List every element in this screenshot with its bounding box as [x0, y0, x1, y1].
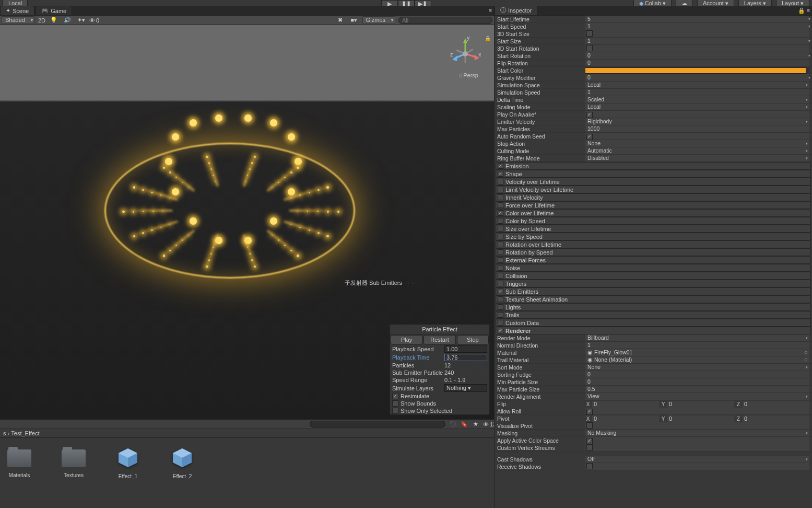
asset-breadcrumb[interactable]: s › Test_Effect — [0, 429, 494, 438]
gizmos-dropdown[interactable]: Gizmos — [362, 16, 395, 24]
inspector-property-row[interactable]: Cast ShadowsOff — [495, 456, 812, 463]
inspector-property-row[interactable]: 3D Start Size — [495, 30, 812, 38]
asset-item[interactable]: Effect_1 — [112, 446, 144, 479]
particle-play-button[interactable]: Play — [391, 335, 422, 344]
lock-icon[interactable]: 🔒 — [485, 36, 491, 41]
inspector-vector3-row[interactable]: PivotX0Y0Z0 — [495, 415, 812, 422]
fx-icon[interactable]: ✦▾ — [76, 16, 86, 24]
tab-scene[interactable]: ✦Scene — [0, 6, 34, 15]
persp-label[interactable]: ≤ Persp — [459, 72, 478, 78]
inspector-property-row[interactable]: Max Particle Size0.5 — [495, 386, 812, 393]
module-header-emission[interactable]: ✓Emission — [496, 162, 811, 170]
particle-stop-button[interactable]: Stop — [457, 335, 489, 344]
tools-icon[interactable]: ✖ — [335, 16, 346, 24]
orientation-gizmo[interactable]: y x z — [447, 36, 484, 72]
inspector-property-row[interactable]: Normal Direction1 — [495, 342, 812, 349]
inspector-property-row[interactable]: Max Particles1000 — [495, 125, 812, 133]
inspector-property-row[interactable]: Material◉ FireFly_Glow01⊙ — [495, 349, 812, 356]
module-header-noise[interactable]: Noise — [496, 264, 811, 272]
inspector-property-row[interactable]: Sort ModeNone — [495, 364, 812, 371]
particle-stat-row[interactable]: Playback Time3.76 — [390, 353, 489, 362]
audio-icon[interactable]: 🔊 — [62, 16, 73, 24]
inspector-property-row[interactable]: Play On Awake*✓ — [495, 111, 812, 118]
particle-stat-row[interactable]: Playback Speed1.00 — [390, 345, 489, 353]
inspector-property-row[interactable]: Receive Shadows — [495, 463, 812, 470]
module-header-trails[interactable]: Trails — [496, 311, 811, 319]
module-header-sub-emitters[interactable]: ✓Sub Emitters — [496, 287, 811, 295]
module-header-shape[interactable]: ✓Shape — [496, 170, 811, 178]
module-header-rotation-over-lifetime[interactable]: Rotation over Lifetime — [496, 240, 811, 248]
module-header-rotation-by-speed[interactable]: Rotation by Speed — [496, 248, 811, 256]
inspector-property-row[interactable]: Render ModeBillboard — [495, 334, 812, 342]
module-header-lights[interactable]: Lights — [496, 303, 811, 311]
inspector-property-row[interactable]: Gravity Modifier0▾ — [495, 74, 812, 82]
inspector-property-row[interactable]: Custom Vertex Streams — [495, 444, 812, 452]
inspector-property-row[interactable]: Culling ModeAutomatic — [495, 147, 812, 155]
inspector-property-row[interactable]: Start Speed1▾ — [495, 23, 812, 30]
module-header-custom-data[interactable]: Custom Data — [496, 319, 811, 327]
inspector-property-row[interactable]: Ring Buffer ModeDisabled — [495, 155, 812, 162]
particle-check-row[interactable]: Show Only Selected — [390, 407, 489, 414]
scene-view[interactable]: 🔒 y x z ≤ Persp — [0, 25, 494, 419]
module-header-renderer[interactable]: ✓Renderer — [496, 327, 811, 334]
inspector-property-row[interactable]: Start Lifetime5▾ — [495, 16, 812, 23]
asset-item[interactable]: Textures — [57, 446, 90, 478]
asset-item[interactable]: Materials — [3, 446, 36, 478]
shading-mode-dropdown[interactable]: Shaded — [2, 16, 35, 24]
inspector-property-row[interactable]: Trail Material◉ None (Material)⊙ — [495, 356, 812, 364]
module-header-triggers[interactable]: Triggers — [496, 280, 811, 287]
inspector-property-row[interactable]: Auto Random Seed✓ — [495, 133, 812, 140]
inspector-property-row[interactable]: Visualize Pivot — [495, 422, 812, 430]
inspector-vector3-row[interactable]: FlipX0Y0Z0 — [495, 400, 812, 408]
inspector-property-row[interactable]: Min Particle Size0 — [495, 378, 812, 386]
inspector-property-row[interactable]: Sorting Fudge0 — [495, 371, 812, 378]
hidden-objects-toggle[interactable]: 👁0 — [89, 17, 99, 24]
inspector-property-row[interactable]: Render AlignmentView — [495, 393, 812, 400]
module-header-size-over-lifetime[interactable]: Size over Lifetime — [496, 225, 811, 233]
module-header-color-over-lifetime[interactable]: ✓Color over Lifetime — [496, 209, 811, 217]
module-header-limit-velocity-over-lifetime[interactable]: Limit Velocity over Lifetime — [496, 186, 811, 193]
inspector-property-row[interactable]: Flip Rotation0 — [495, 60, 812, 67]
hidden-assets-toggle[interactable]: 👁13 — [483, 421, 491, 428]
inspector-property-row[interactable]: Simulation SpaceLocal — [495, 82, 812, 89]
tab-menu-icon[interactable]: ≡ — [489, 7, 492, 14]
lock-inspector-icon[interactable]: 🔒 ≡ — [798, 7, 810, 14]
tab-game[interactable]: 🎮Game — [36, 6, 72, 15]
scene-search-input[interactable] — [398, 17, 492, 24]
filter-favorites-icon[interactable]: ⚫ — [449, 421, 457, 428]
inspector-property-row[interactable]: Stop ActionNone — [495, 140, 812, 147]
filter-label-icon[interactable]: 🔖 — [460, 421, 468, 428]
asset-item[interactable]: Effect_2 — [166, 446, 198, 479]
particle-stat-row[interactable]: Simulate LayersNothing ▾ — [390, 384, 489, 392]
inspector-property-row[interactable]: Apply Active Color Space✓ — [495, 437, 812, 444]
module-header-inherit-velocity[interactable]: Inherit Velocity — [496, 193, 811, 201]
inspector-property-row[interactable]: Allow Roll✓ — [495, 408, 812, 415]
project-search-input[interactable] — [310, 421, 445, 428]
tab-inspector[interactable]: ⓘInspector — [495, 6, 537, 15]
particle-check-row[interactable]: ✓Resimulate — [390, 392, 489, 400]
module-header-velocity-over-lifetime[interactable]: Velocity over Lifetime — [496, 178, 811, 186]
inspector-property-row[interactable]: Simulation Speed1 — [495, 89, 812, 96]
module-header-size-by-speed[interactable]: Size by Speed — [496, 233, 811, 240]
module-header-texture-sheet-animation[interactable]: Texture Sheet Animation — [496, 295, 811, 303]
inspector-property-row[interactable]: Emitter VelocityRigidbody — [495, 118, 812, 125]
particle-check-row[interactable]: Show Bounds — [390, 400, 489, 407]
color-swatch[interactable] — [585, 67, 809, 74]
camera-icon[interactable]: ■▾ — [349, 16, 359, 24]
scene-toolbar: Shaded 2D 💡 🔊 ✦▾ 👁0 ✖ ■▾ Gizmos — [0, 16, 494, 25]
2d-toggle[interactable]: 2D — [38, 17, 45, 24]
lighting-icon[interactable]: 💡 — [49, 16, 59, 24]
inspector-property-row[interactable]: Start Rotation0▾ — [495, 52, 812, 60]
inspector-property-row[interactable]: MaskingNo Masking — [495, 430, 812, 437]
module-header-external-forces[interactable]: External Forces — [496, 256, 811, 264]
inspector-property-row[interactable]: 3D Start Rotation — [495, 45, 812, 52]
module-header-color-by-speed[interactable]: Color by Speed — [496, 217, 811, 225]
inspector-property-row[interactable]: Start Size1▾ — [495, 38, 812, 45]
inspector-property-row[interactable]: Scaling ModeLocal — [495, 103, 812, 111]
inspector-property-row[interactable]: Start Color — [495, 67, 812, 74]
module-header-force-over-lifetime[interactable]: Force over Lifetime — [496, 201, 811, 209]
module-header-collision[interactable]: Collision — [496, 272, 811, 280]
inspector-property-row[interactable]: Delta TimeScaled — [495, 96, 812, 103]
filter-type-icon[interactable]: ★ — [472, 421, 480, 428]
particle-restart-button[interactable]: Restart — [423, 335, 455, 344]
